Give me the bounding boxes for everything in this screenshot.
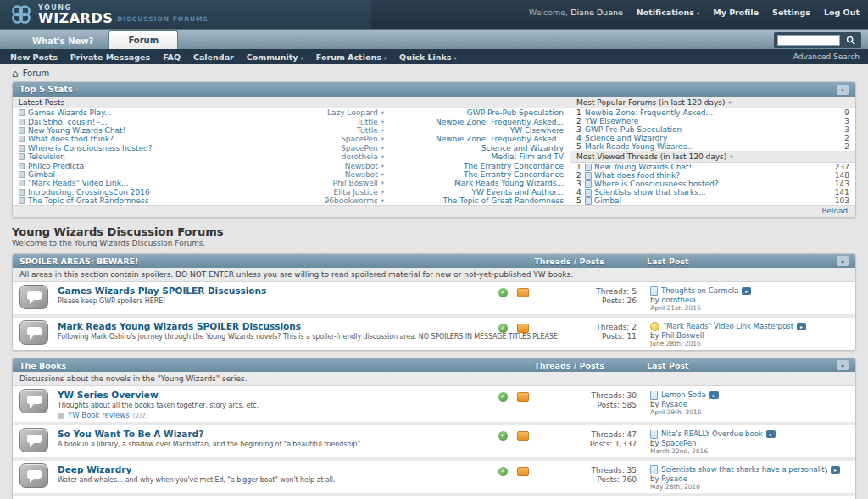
chevron-down-icon[interactable]: ▾ xyxy=(381,109,384,116)
goto-last-post-icon[interactable]: ▸ xyxy=(797,323,806,330)
forum-title-link[interactable]: Games Wizards Play SPOILER Discussions xyxy=(58,286,266,296)
latest-post-author[interactable]: Phil Boswell xyxy=(332,179,377,187)
rss-feed-icon[interactable] xyxy=(517,467,529,476)
chevron-down-icon[interactable]: ▾ xyxy=(381,180,384,186)
last-post-title-link[interactable]: Thoughts on Carmela xyxy=(661,286,738,296)
viewed-thread-link[interactable]: What does food think? xyxy=(594,171,826,180)
last-post-title-link[interactable]: Nita's REALLY Overdue book xyxy=(661,430,763,439)
last-post-title-link[interactable]: "Mark Reads" Video Link Masterpost xyxy=(663,322,793,331)
chevron-down-icon[interactable]: ▾ xyxy=(729,97,732,108)
last-post-author-link[interactable]: Phil Boswell xyxy=(661,331,704,340)
navbar-item[interactable]: New Posts xyxy=(10,53,58,62)
latest-post-forum[interactable]: YW Elsewhere xyxy=(387,126,564,135)
collapse-icon[interactable]: ▴ xyxy=(837,256,849,266)
rss-feed-icon[interactable] xyxy=(517,288,529,297)
chevron-down-icon[interactable]: ▾ xyxy=(381,119,384,125)
chevron-down-icon[interactable]: ▾ xyxy=(75,86,78,93)
latest-post-title[interactable]: New Young Wizards Chat! xyxy=(28,126,357,135)
latest-post-forum[interactable]: Newbie Zone: Frequently Asked... xyxy=(387,135,564,143)
header-link[interactable]: Notifications▾ xyxy=(637,8,699,17)
latest-post-author[interactable]: Tuttle xyxy=(357,118,378,126)
latest-post-author[interactable]: Newsbot xyxy=(345,162,378,170)
header-link[interactable]: My Profile xyxy=(713,8,759,17)
latest-post-author[interactable]: SpacePen xyxy=(341,135,378,143)
navbar-item[interactable]: Calendar xyxy=(193,53,234,62)
category-title[interactable]: SPOILER AREAS: BEWARE! xyxy=(19,257,500,266)
latest-post-title[interactable]: Introducing: CrossingsCon 2016 xyxy=(28,188,334,197)
username-link[interactable]: Diane Duane xyxy=(570,8,623,17)
latest-post-forum[interactable]: Science and Wizardry xyxy=(387,144,564,152)
last-post-author-link[interactable]: SpacePen xyxy=(661,439,696,447)
latest-post-title[interactable]: Games Wizards Play... xyxy=(28,108,327,117)
chevron-down-icon[interactable]: ▾ xyxy=(381,197,384,204)
latest-post-forum[interactable]: The Errantry Concordance xyxy=(387,170,564,179)
latest-post-title[interactable]: The Topic of Great Randomness xyxy=(28,197,324,205)
latest-post-author[interactable]: Tuttle xyxy=(357,126,378,135)
collapse-icon[interactable]: ▴ xyxy=(837,360,849,370)
latest-post-title[interactable]: Where is Consciousness hosted? xyxy=(28,144,341,152)
last-post-author-link[interactable]: dorotheia xyxy=(661,296,696,304)
advanced-search-link[interactable]: Advanced Search xyxy=(793,53,860,61)
chevron-down-icon[interactable]: ▾ xyxy=(381,145,384,152)
rss-feed-icon[interactable] xyxy=(517,324,529,333)
site-logo[interactable]: YOUNG WIZARDSDISCUSSION FORUMS xyxy=(0,0,371,29)
latest-post-author[interactable]: 96bookworms xyxy=(324,197,377,205)
latest-post-author[interactable]: Elita Justice xyxy=(334,188,378,197)
rss-feed-icon[interactable] xyxy=(517,392,529,402)
latest-post-author[interactable]: dorotheia xyxy=(342,152,378,161)
navbar-item[interactable]: Community▾ xyxy=(247,53,303,62)
popular-forum-link[interactable]: YW Elsewhere xyxy=(585,117,826,125)
latest-post-title[interactable]: "Mark Reads" Video Link... xyxy=(28,179,332,187)
chevron-down-icon[interactable]: ▾ xyxy=(381,189,384,196)
goto-last-post-icon[interactable]: ▸ xyxy=(831,466,840,474)
latest-post-title[interactable]: Philco Predicta xyxy=(28,162,345,170)
chevron-down-icon[interactable]: ▾ xyxy=(381,171,384,178)
latest-post-author[interactable]: Lazy Leopard xyxy=(327,108,378,117)
chevron-down-icon[interactable]: ▾ xyxy=(381,153,384,160)
latest-post-forum[interactable]: Media: Film and TV xyxy=(387,152,564,161)
navbar-item[interactable]: Forum Actions▾ xyxy=(316,53,387,62)
search-input[interactable] xyxy=(777,35,840,46)
goto-last-post-icon[interactable]: ▸ xyxy=(766,430,776,438)
latest-post-author[interactable]: Newsbot xyxy=(345,170,378,179)
collapse-icon[interactable]: ▴ xyxy=(837,85,849,95)
popular-forum-link[interactable]: Newbie Zone: Frequently Asked... xyxy=(585,108,826,117)
chevron-down-icon[interactable]: ▾ xyxy=(730,151,732,163)
chevron-down-icon[interactable]: ▾ xyxy=(381,127,384,134)
forum-title-link[interactable]: Deep Wizardry xyxy=(58,464,131,474)
breadcrumb-forum-link[interactable]: Forum xyxy=(23,69,50,78)
category-title[interactable]: The Books xyxy=(19,361,500,370)
viewed-thread-link[interactable]: New Young Wizards Chat! xyxy=(594,163,826,171)
latest-post-forum[interactable]: The Topic of Great Randomness xyxy=(387,197,564,205)
viewed-thread-link[interactable]: Scientists show that sharks... xyxy=(594,188,826,197)
rss-feed-icon[interactable] xyxy=(517,431,529,441)
chevron-down-icon[interactable]: ▾ xyxy=(381,163,384,169)
home-icon[interactable]: ⌂ xyxy=(12,69,19,78)
viewed-thread-link[interactable]: Gimbal xyxy=(594,197,826,205)
popular-forum-link[interactable]: Science and Wizardry xyxy=(585,134,826,142)
latest-post-title[interactable]: Gimbal xyxy=(28,170,345,179)
forum-title-link[interactable]: YW Series Overview xyxy=(58,390,159,400)
last-post-title-link[interactable]: Lemon Soda xyxy=(661,391,706,400)
latest-post-title[interactable]: Dai Stihó, cousin! -... xyxy=(28,118,357,126)
goto-last-post-icon[interactable]: ▸ xyxy=(742,287,751,295)
tab[interactable]: Forum xyxy=(108,30,178,49)
latest-post-author[interactable]: SpacePen xyxy=(341,144,378,152)
popular-forum-link[interactable]: GWP Pre-Pub Speculation xyxy=(585,125,826,134)
tab[interactable]: What's New? xyxy=(17,32,108,49)
last-post-title-link[interactable]: Scientists show that sharks have a perso… xyxy=(661,465,827,474)
latest-post-forum[interactable]: YW Events and Author... xyxy=(387,188,564,197)
latest-post-forum[interactable]: Mark Reads Young Wizards... xyxy=(387,179,564,187)
last-post-author-link[interactable]: Rysade xyxy=(661,400,687,408)
search-button[interactable] xyxy=(843,34,858,47)
header-link[interactable]: Log Out xyxy=(824,8,860,17)
subforum-link[interactable]: YW Book reviews xyxy=(68,411,130,419)
navbar-item[interactable]: Private Messages xyxy=(70,53,150,62)
popular-forum-link[interactable]: Mark Reads Young Wizards... xyxy=(585,142,826,151)
latest-post-title[interactable]: What does food think? xyxy=(28,135,341,143)
latest-post-title[interactable]: Television xyxy=(28,152,342,161)
navbar-item[interactable]: Quick Links▾ xyxy=(399,53,457,62)
latest-post-forum[interactable]: Newbie Zone: Frequently Asked... xyxy=(387,118,564,126)
last-post-author-link[interactable]: Rysade xyxy=(661,474,687,483)
navbar-item[interactable]: FAQ xyxy=(163,53,181,62)
